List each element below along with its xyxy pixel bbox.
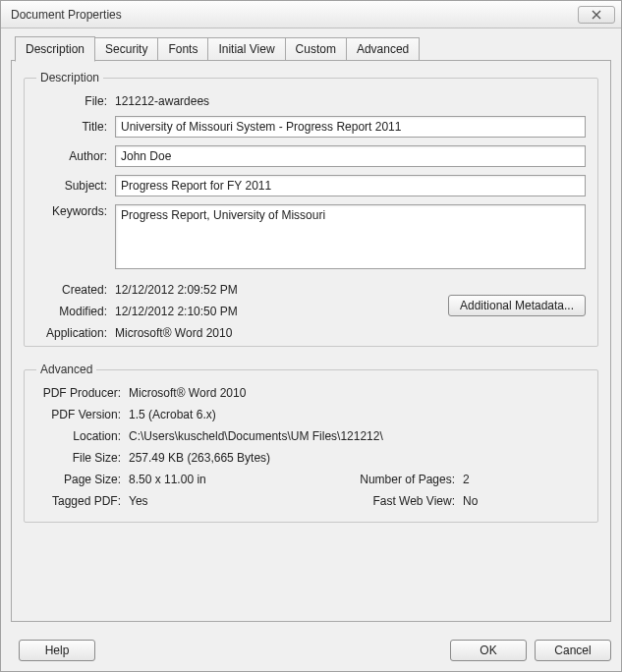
group-description-legend: Description bbox=[36, 71, 103, 84]
application-label: Application: bbox=[36, 326, 115, 340]
file-size-value: 257.49 KB (263,665 Bytes) bbox=[129, 451, 270, 465]
keywords-input[interactable] bbox=[115, 204, 586, 269]
page-size-value: 8.50 x 11.00 in bbox=[129, 473, 325, 486]
pdf-producer-label: PDF Producer: bbox=[36, 386, 129, 400]
modified-value: 12/12/2012 2:10:50 PM bbox=[115, 305, 238, 318]
window-close-button[interactable] bbox=[578, 6, 615, 24]
fast-web-view-value: No bbox=[463, 494, 478, 508]
pdf-producer-value: Microsoft® Word 2010 bbox=[129, 386, 246, 400]
pdf-version-value: 1.5 (Acrobat 6.x) bbox=[129, 408, 216, 421]
fast-web-view-label: Fast Web View: bbox=[325, 494, 463, 508]
location-value: C:\Users\kuscheld\Documents\UM Files\121… bbox=[129, 429, 383, 443]
titlebar: Document Properties bbox=[1, 1, 621, 28]
application-value: Microsoft® Word 2010 bbox=[115, 326, 232, 340]
close-icon bbox=[592, 10, 601, 20]
help-button[interactable]: Help bbox=[19, 640, 95, 661]
tagged-pdf-value: Yes bbox=[129, 494, 325, 508]
dialog-footer: Help OK Cancel bbox=[1, 630, 621, 671]
tab-security[interactable]: Security bbox=[94, 37, 158, 61]
tab-bar: Description Security Fonts Initial View … bbox=[11, 36, 611, 61]
num-pages-label: Number of Pages: bbox=[325, 473, 463, 486]
cancel-button[interactable]: Cancel bbox=[535, 640, 611, 661]
subject-label: Subject: bbox=[36, 179, 115, 193]
window-title: Document Properties bbox=[11, 8, 578, 22]
keywords-label: Keywords: bbox=[36, 204, 115, 218]
author-label: Author: bbox=[36, 149, 115, 163]
author-input[interactable] bbox=[115, 145, 586, 167]
title-label: Title: bbox=[36, 120, 115, 134]
created-value: 12/12/2012 2:09:52 PM bbox=[115, 283, 238, 297]
tab-advanced[interactable]: Advanced bbox=[346, 37, 420, 61]
tab-initial-view[interactable]: Initial View bbox=[207, 37, 285, 61]
location-label: Location: bbox=[36, 429, 129, 443]
num-pages-value: 2 bbox=[463, 473, 470, 486]
title-input[interactable] bbox=[115, 116, 586, 138]
tab-custom[interactable]: Custom bbox=[285, 37, 347, 61]
pdf-version-label: PDF Version: bbox=[36, 408, 129, 421]
document-properties-window: Document Properties Description Security… bbox=[0, 0, 622, 672]
created-label: Created: bbox=[36, 283, 115, 297]
subject-input[interactable] bbox=[115, 175, 586, 196]
file-size-label: File Size: bbox=[36, 451, 129, 465]
content-area: Description Security Fonts Initial View … bbox=[1, 28, 621, 630]
modified-label: Modified: bbox=[36, 305, 115, 318]
additional-metadata-button[interactable]: Additional Metadata... bbox=[448, 295, 586, 316]
page-size-label: Page Size: bbox=[36, 473, 129, 486]
file-value: 121212-awardees bbox=[115, 94, 209, 108]
tagged-pdf-label: Tagged PDF: bbox=[36, 494, 129, 508]
tab-fonts[interactable]: Fonts bbox=[157, 37, 208, 61]
ok-button[interactable]: OK bbox=[450, 640, 527, 661]
tab-description[interactable]: Description bbox=[15, 36, 95, 62]
group-advanced-legend: Advanced bbox=[36, 363, 96, 376]
group-advanced: Advanced PDF Producer: Microsoft® Word 2… bbox=[24, 363, 598, 523]
tab-panel-description: Description File: 121212-awardees Title:… bbox=[11, 60, 611, 622]
file-label: File: bbox=[36, 94, 115, 108]
group-description: Description File: 121212-awardees Title:… bbox=[24, 71, 598, 347]
